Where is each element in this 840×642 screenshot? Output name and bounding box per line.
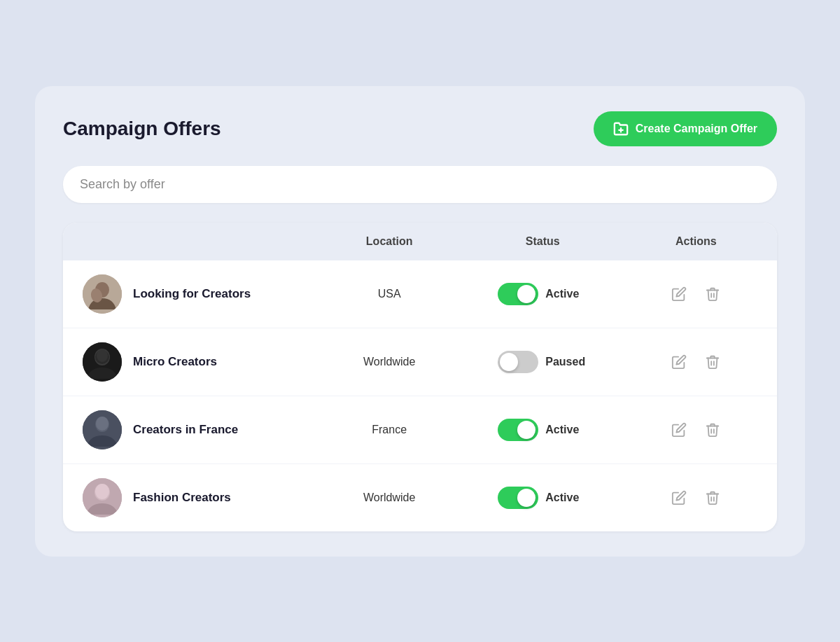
status-text: Active: [545, 288, 587, 300]
offers-table: Location Status Actions Looking for Crea…: [63, 223, 777, 531]
toggle-slider: [498, 487, 538, 509]
page-container: Campaign Offers Create Campaign Offer Lo…: [35, 86, 805, 557]
location-cell: Worldwide: [328, 491, 451, 504]
col-location: Location: [328, 235, 451, 248]
location-cell: Worldwide: [328, 356, 451, 368]
edit-icon: [671, 422, 687, 438]
svg-point-8: [97, 349, 108, 362]
location-cell: France: [328, 424, 451, 436]
edit-button[interactable]: [668, 284, 690, 305]
status-cell: Active: [451, 283, 635, 305]
trash-icon: [705, 490, 720, 505]
search-bar[interactable]: [63, 166, 777, 203]
avatar: [83, 342, 122, 382]
search-input[interactable]: [80, 177, 760, 192]
edit-icon: [671, 490, 687, 505]
svg-point-14: [95, 484, 109, 499]
delete-button[interactable]: [702, 487, 723, 508]
table-row: Looking for Creators USA Active: [63, 260, 777, 328]
toggle-slider: [498, 419, 538, 441]
create-campaign-button[interactable]: Create Campaign Offer: [594, 111, 777, 146]
col-offer: [83, 235, 328, 248]
table-row: Creators in France France Active: [63, 396, 777, 464]
trash-icon: [705, 286, 720, 302]
avatar: [83, 478, 122, 517]
avatar: [83, 410, 122, 449]
status-toggle[interactable]: [498, 283, 538, 305]
offer-name: Creators in France: [133, 423, 238, 437]
status-toggle[interactable]: [498, 419, 538, 441]
page-header: Campaign Offers Create Campaign Offer: [63, 111, 777, 146]
offer-cell: Fashion Creators: [83, 478, 328, 517]
offer-name: Fashion Creators: [133, 491, 231, 505]
status-cell: Active: [451, 487, 635, 509]
edit-button[interactable]: [668, 419, 690, 440]
actions-cell: [635, 487, 757, 508]
status-toggle[interactable]: [498, 351, 538, 373]
offer-cell: Creators in France: [83, 410, 328, 449]
table-header: Location Status Actions: [63, 223, 777, 260]
status-text: Active: [545, 424, 587, 436]
status-toggle[interactable]: [498, 487, 538, 509]
offer-name: Micro Creators: [133, 355, 217, 369]
edit-icon: [671, 286, 687, 302]
offer-cell: Micro Creators: [83, 342, 328, 382]
svg-point-11: [96, 417, 108, 431]
avatar: [83, 274, 122, 314]
trash-icon: [705, 354, 720, 370]
actions-cell: [635, 419, 757, 440]
toggle-slider: [498, 351, 538, 373]
delete-button[interactable]: [702, 419, 723, 440]
create-campaign-label: Create Campaign Offer: [636, 123, 757, 135]
table-row: Micro Creators Worldwide Paused: [63, 328, 777, 396]
trash-icon: [705, 422, 720, 438]
status-text: Paused: [545, 356, 587, 368]
folder-icon: [613, 121, 629, 137]
delete-button[interactable]: [702, 351, 723, 372]
status-cell: Active: [451, 419, 635, 441]
status-cell: Paused: [451, 351, 635, 373]
actions-cell: [635, 351, 757, 372]
col-status: Status: [451, 235, 635, 248]
offer-name: Looking for Creators: [133, 287, 251, 301]
actions-cell: [635, 284, 757, 305]
toggle-slider: [498, 283, 538, 305]
location-cell: USA: [328, 288, 451, 300]
edit-icon: [671, 354, 687, 370]
offer-cell: Looking for Creators: [83, 274, 328, 314]
col-actions: Actions: [635, 235, 757, 248]
edit-button[interactable]: [668, 487, 690, 508]
status-text: Active: [545, 491, 587, 504]
edit-button[interactable]: [668, 351, 690, 372]
page-title: Campaign Offers: [63, 118, 221, 140]
delete-button[interactable]: [702, 284, 723, 305]
table-row: Fashion Creators Worldwide Active: [63, 464, 777, 531]
